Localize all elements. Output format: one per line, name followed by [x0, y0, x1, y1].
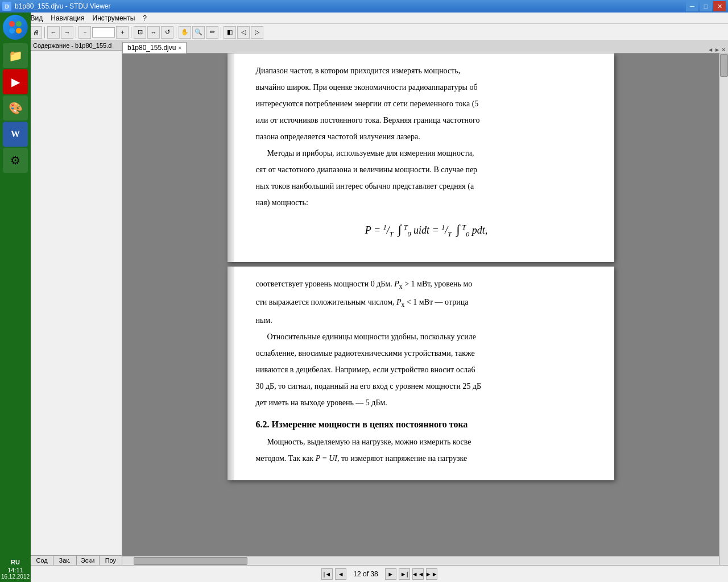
sidebar-content	[31, 51, 122, 555]
fit-page-button[interactable]: ⊡	[134, 26, 146, 39]
para-3: интересуются потреблением энергии от сет…	[256, 98, 597, 110]
tab-arrow-left[interactable]: ◄	[708, 47, 713, 53]
tool-2[interactable]: 🔍	[192, 26, 205, 39]
rotate-button[interactable]: ↺	[161, 26, 173, 39]
tab-arrows: ◄ ► ✕	[708, 47, 728, 53]
clock-date: 16.12.2012	[1, 573, 30, 580]
sidebar-tab-search[interactable]: Поу	[100, 556, 122, 565]
taskbar-folder-icon[interactable]: 📁	[3, 43, 28, 68]
taskbar-media-icon[interactable]: ▶	[3, 69, 28, 94]
forward-button[interactable]: →	[61, 26, 73, 39]
para-5: пазона определяется частотой излучения л…	[256, 131, 597, 143]
vertical-scrollbar[interactable]	[719, 53, 728, 565]
p2-para-2: сти выражается положительным числом, Px …	[256, 296, 597, 310]
para-2: вычайно широк. При оценке экономичности …	[256, 81, 597, 93]
tab-close-button[interactable]: ×	[178, 45, 181, 51]
p2-para-5: ослабление, вносимые радиотехническими у…	[256, 347, 597, 359]
para-4: или от источников постоянного тока. Верх…	[256, 114, 597, 126]
prev-page-button[interactable]: ◄	[335, 568, 346, 580]
clock-time: 14:11	[7, 567, 23, 573]
nav-back-button[interactable]: ◄◄	[412, 568, 424, 580]
p2-para-3: ным.	[256, 314, 597, 326]
page1-text: Диапазон частот, в котором приходится из…	[256, 65, 597, 239]
sidebar-tab-bookmarks[interactable]: Зак.	[53, 556, 76, 565]
sidebar-tab-thumbnails[interactable]: Эски	[77, 556, 100, 565]
tool-4[interactable]: ◧	[224, 26, 236, 39]
first-page-button[interactable]: |◄	[321, 568, 333, 580]
para-9: ная) мощность:	[256, 197, 597, 209]
close-button[interactable]: ✕	[713, 1, 726, 11]
start-button[interactable]	[3, 15, 28, 40]
last-page-button[interactable]: ►|	[399, 568, 410, 580]
titlebar-left: D b1p80_155.djvu - STDU Viewer	[2, 2, 111, 11]
zoom-out-button[interactable]: －	[78, 26, 91, 39]
horizontal-scrollbar[interactable]	[122, 556, 719, 565]
tab-label: b1p80_155.djvu	[127, 44, 176, 52]
nav-forward-button[interactable]: ►►	[426, 568, 437, 580]
tool-3[interactable]: ✏	[206, 26, 218, 39]
tab-arrow-right[interactable]: ►	[714, 47, 720, 53]
p2-para-10: методом. Так как P = UI, то измеряют нап…	[256, 452, 597, 464]
para-8: ных токов наибольший интерес обычно пред…	[256, 180, 597, 192]
page-fold	[228, 53, 234, 262]
separator-4	[176, 27, 176, 38]
window-title: b1p80_155.djvu - STDU Viewer	[15, 2, 111, 10]
formula-1: P = 1/T ∫T0 uidt = 1/T ∫T0 pdt,	[256, 220, 597, 239]
zoom-in-button[interactable]: ＋	[116, 26, 129, 39]
svg-point-0	[9, 21, 15, 27]
print-button[interactable]: 🖨	[30, 26, 42, 39]
sidebar-tabs: Сод Зак. Эски Поу	[31, 555, 122, 565]
separator-3	[131, 27, 131, 38]
maximize-button[interactable]: □	[700, 1, 712, 11]
menu-navigation[interactable]: Навигация	[47, 13, 88, 23]
document-page-2: соответствует уровень мощности 0 дБм. Px…	[228, 267, 614, 481]
p2-para-1: соответствует уровень мощности 0 дБм. Px…	[256, 278, 597, 292]
tabbar: b1p80_155.djvu × ◄ ► ✕	[122, 41, 728, 53]
menu-tools[interactable]: Инструменты	[89, 13, 139, 23]
document-page-1: Диапазон частот, в котором приходится из…	[228, 53, 614, 262]
window-controls: ─ □ ✕	[686, 1, 726, 11]
svg-point-3	[16, 28, 22, 34]
page-info: 12 of 38	[349, 570, 382, 578]
document-area: Диапазон частот, в котором приходится из…	[122, 53, 719, 565]
para-1: Диапазон частот, в котором приходится из…	[256, 65, 597, 77]
page-navigation: |◄ ◄ 12 of 38 ► ►| ◄◄ ►►	[321, 568, 437, 580]
tab-close-all[interactable]: ✕	[721, 47, 726, 53]
tool-1[interactable]: ✋	[179, 26, 191, 39]
taskbar-paint-icon[interactable]: 🎨	[3, 95, 28, 120]
para-7: сят от частотного диапазона и величины м…	[256, 164, 597, 176]
active-document-tab[interactable]: b1p80_155.djvu ×	[122, 42, 187, 53]
taskbar-left: 📁 ▶ 🎨 W ⚙ RU 14:11 16.12.2012	[0, 13, 31, 582]
p2-para-4: Относительные единицы мощности удобны, п…	[256, 331, 597, 343]
p2-para-9: Мощность, выделяемую на нагрузке, можно …	[256, 436, 597, 448]
page-fold-2	[228, 267, 234, 481]
svg-point-2	[9, 28, 15, 34]
minimize-button[interactable]: ─	[686, 1, 698, 11]
titlebar: D b1p80_155.djvu - STDU Viewer ─ □ ✕	[0, 0, 728, 13]
para-6: Методы и приборы, используемые для измер…	[256, 147, 597, 159]
separator-2	[76, 27, 76, 38]
back-button[interactable]: ←	[47, 26, 60, 39]
p2-para-8: дет иметь на выходе уровень — 5 дБм.	[256, 397, 597, 409]
bottombar: |◄ ◄ 12 of 38 ► ►| ◄◄ ►►	[31, 565, 728, 582]
next-page-button[interactable]: ►	[385, 568, 396, 580]
menubar: Файл Вид Навигация Инструменты ?	[0, 13, 728, 24]
tool-5[interactable]: ◁	[237, 26, 250, 39]
fit-width-button[interactable]: ↔	[147, 26, 160, 39]
svg-point-1	[16, 21, 22, 27]
section-title: 6.2. Измерение мощности в цепях постоянн…	[256, 418, 597, 431]
p2-para-6: ниваются в децибелах. Например, если уст…	[256, 364, 597, 376]
sidebar-tab-contents[interactable]: Сод	[31, 556, 53, 565]
tool-6[interactable]: ▷	[251, 26, 263, 39]
sidebar-title: Содержание - b1p80_155.d	[31, 41, 122, 51]
vertical-scroll-thumb[interactable]	[720, 54, 728, 77]
menu-help[interactable]: ?	[139, 13, 150, 23]
taskbar-settings-icon[interactable]: ⚙	[3, 148, 28, 173]
p2-para-7: 30 дБ, то сигнал, поданный на его вход с…	[256, 380, 597, 392]
toolbar: 📂 💾 🖨 ← → － 68% ＋ ⊡ ↔ ↺ ✋ 🔍 ✏ ◧ ◁ ▷	[0, 24, 728, 41]
separator-1	[44, 27, 45, 38]
page2-text: соответствует уровень мощности 0 дБм. Px…	[256, 278, 597, 465]
taskbar-word-icon[interactable]: W	[3, 122, 28, 147]
zoom-input[interactable]: 68%	[92, 27, 115, 38]
horizontal-scroll-thumb[interactable]	[134, 557, 247, 565]
